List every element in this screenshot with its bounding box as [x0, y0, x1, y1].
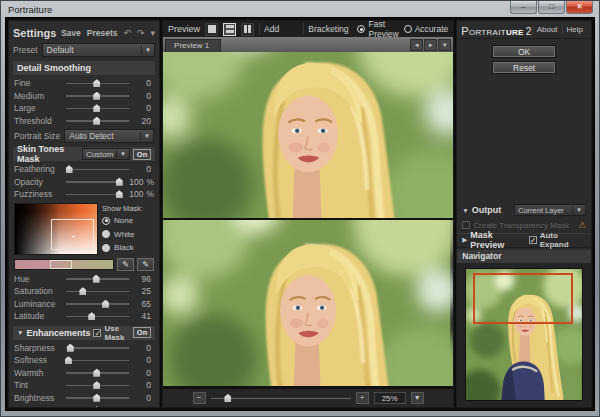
add-preview-button[interactable]: Add Preview [259, 23, 298, 35]
collapse-icon[interactable]: ▼ [462, 207, 468, 214]
auto-expand-checkbox[interactable]: ✓ [529, 236, 537, 244]
zoom-out-button[interactable]: − [193, 392, 206, 404]
redo-icon[interactable]: ↷ [137, 28, 145, 38]
slider-thumb[interactable] [93, 104, 100, 112]
slider-track[interactable] [66, 343, 129, 353]
radio-selected-icon[interactable] [102, 217, 110, 225]
slider-thumb[interactable] [93, 79, 100, 87]
bracketing-button[interactable]: Bracketing [303, 23, 352, 35]
collapse-icon[interactable]: ▶ [462, 236, 467, 244]
enhancements-on-toggle[interactable]: On [133, 327, 151, 338]
zoom-slider-track[interactable] [211, 393, 351, 403]
slider-track[interactable] [66, 286, 129, 296]
radio-selected-icon[interactable] [357, 25, 365, 33]
hue-range-marker[interactable] [50, 260, 72, 269]
preview-pane-after[interactable] [163, 220, 453, 388]
slider-track[interactable] [66, 355, 129, 365]
zoom-in-button[interactable]: + [356, 392, 369, 404]
slider-track[interactable] [66, 189, 122, 199]
minimize-button[interactable]: – [510, 1, 537, 14]
slider-thumb[interactable] [102, 300, 109, 308]
chevron-down-icon[interactable]: ▾ [141, 46, 154, 54]
portrait-size-dropdown[interactable]: Auto Detect ▾ [64, 129, 154, 143]
tab-scroll-right-button[interactable]: ▸ [424, 39, 437, 51]
slider-track[interactable] [66, 380, 129, 390]
zoom-preset-button[interactable]: ▾ [411, 392, 424, 404]
tab-menu-button[interactable]: ▾ [438, 39, 451, 51]
view-single-button[interactable] [205, 23, 218, 36]
chevron-down-icon[interactable]: ▾ [572, 206, 585, 214]
undo-icon[interactable]: ↶ [123, 28, 131, 38]
slider-track[interactable] [66, 368, 129, 378]
radio-icon[interactable] [404, 25, 412, 33]
chevron-down-icon[interactable]: ▾ [116, 150, 129, 158]
slider-track[interactable] [66, 91, 129, 101]
mask-on-toggle[interactable]: On [133, 149, 151, 160]
slider-thumb[interactable] [67, 344, 74, 352]
preview-pane-before[interactable] [163, 52, 453, 220]
slider-track[interactable] [66, 164, 129, 174]
use-mask-checkbox[interactable]: ✓ [93, 329, 101, 337]
hue-range-strip[interactable] [14, 259, 114, 270]
slider-thumb[interactable] [93, 117, 100, 125]
close-button[interactable]: ✕ [566, 1, 593, 14]
slider-track[interactable] [66, 299, 129, 309]
slider-thumb[interactable] [79, 287, 86, 295]
slider-thumb[interactable] [93, 92, 100, 100]
settings-menu-icon[interactable]: ▾ [151, 28, 156, 38]
enhancements-header[interactable]: ▼ Enhancements ✓ Use Mask On [13, 326, 155, 340]
radio-icon[interactable] [102, 230, 110, 238]
color-selection-rect[interactable]: + [51, 219, 94, 250]
navigator-thumbnail[interactable] [465, 268, 583, 401]
skin-tone-color-field[interactable]: + [14, 203, 98, 255]
slider-thumb[interactable] [93, 369, 100, 377]
detail-smoothing-header[interactable]: Detail Smoothing [13, 61, 155, 75]
show-mask-option-none[interactable]: None [102, 215, 154, 226]
tab-scroll-left-button[interactable]: ◂ [410, 39, 423, 51]
slider-track[interactable] [66, 177, 122, 187]
slider-thumb[interactable] [65, 356, 72, 364]
navigator-view-rect[interactable] [473, 273, 573, 324]
eyedropper-minus-button[interactable]: ✎ [137, 258, 154, 271]
slider-track[interactable] [66, 103, 129, 113]
skin-tones-mask-header[interactable]: Skin Tones Mask Custom ▾ On [13, 147, 155, 161]
ok-button[interactable]: OK [492, 45, 556, 58]
slider-track[interactable] [66, 116, 129, 126]
slider-thumb[interactable] [116, 190, 123, 198]
slider-thumb[interactable] [88, 312, 95, 320]
radio-icon[interactable] [102, 244, 110, 252]
mask-mode-dropdown[interactable]: Custom ▾ [82, 148, 130, 160]
save-button[interactable]: Save [61, 28, 81, 38]
output-target-dropdown[interactable]: Current Layer ▾ [514, 204, 586, 216]
maximize-button[interactable]: □ [538, 1, 565, 14]
slider-thumb[interactable] [93, 381, 100, 389]
reset-button[interactable]: Reset [492, 61, 556, 74]
slider-track[interactable] [66, 311, 129, 321]
slider-track[interactable] [66, 78, 129, 88]
zoom-value[interactable]: 25% [374, 392, 406, 404]
slider-thumb[interactable] [66, 165, 73, 173]
collapse-icon[interactable]: ▼ [17, 329, 23, 336]
slider-track[interactable] [66, 393, 129, 403]
show-mask-option-white[interactable]: White [102, 229, 154, 240]
slider-thumb[interactable] [116, 178, 123, 186]
eyedropper-button[interactable]: ✎ [117, 258, 134, 271]
slider-thumb[interactable] [93, 394, 100, 402]
about-button[interactable]: About [532, 25, 562, 34]
slider-thumb[interactable] [93, 275, 100, 283]
tab-preview-1[interactable]: Preview 1 [165, 39, 221, 52]
slider-track[interactable] [66, 274, 129, 284]
view-split-vertical-button[interactable] [241, 23, 254, 36]
view-split-horizontal-button[interactable] [223, 23, 236, 36]
presets-button[interactable]: Presets [87, 28, 118, 38]
help-button[interactable]: Help [562, 25, 587, 34]
preset-dropdown[interactable]: Default ▾ [42, 43, 156, 57]
fast-preview-radio[interactable]: Fast Preview [357, 19, 398, 39]
show-mask-option-black[interactable]: Black [102, 242, 154, 253]
zoom-slider-thumb[interactable] [224, 394, 231, 402]
slider-thumb[interactable] [93, 406, 100, 408]
accurate-radio[interactable]: Accurate [404, 24, 449, 34]
chevron-down-icon[interactable]: ▾ [140, 132, 153, 140]
slider-track[interactable] [66, 405, 129, 408]
transparency-mask-checkbox[interactable] [462, 221, 470, 229]
